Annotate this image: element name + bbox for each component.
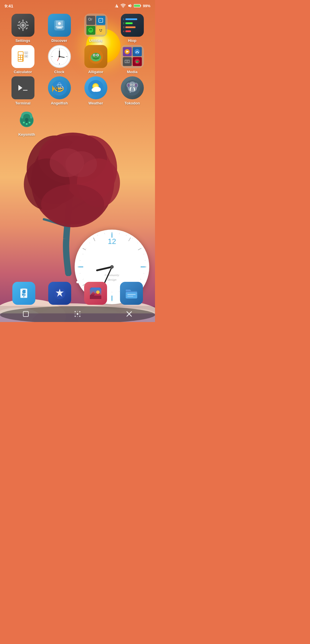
svg-rect-30 (25, 21, 28, 23)
svg-rect-190 (126, 292, 137, 298)
dock (0, 282, 155, 305)
app-calculator[interactable]: – + Calculator (7, 45, 39, 74)
status-time: 9:41 (5, 3, 13, 8)
htop-icon: 1 2 3 4 (121, 14, 144, 37)
svg-rect-51 (18, 58, 20, 59)
svg-rect-117 (26, 121, 28, 123)
keysmith-icon (15, 108, 38, 131)
svg-rect-23 (134, 5, 140, 7)
dock-skrooge[interactable] (48, 282, 71, 305)
svg-rect-27 (17, 25, 20, 26)
svg-rect-193 (23, 311, 28, 317)
svg-rect-25 (22, 20, 24, 22)
svg-text:🐲: 🐲 (135, 60, 139, 63)
dock-files[interactable] (120, 282, 143, 305)
svg-rect-36 (55, 26, 63, 27)
app-row-3: Terminal (5, 76, 150, 105)
calculator-icon: – + (11, 45, 34, 68)
svg-rect-187 (90, 296, 101, 299)
svg-point-180 (23, 296, 24, 297)
svg-point-120 (29, 122, 30, 123)
svg-rect-39 (91, 19, 92, 19)
svg-point-45 (99, 29, 100, 30)
angelfish-label: Angelfish (51, 101, 68, 105)
svg-rect-40 (91, 20, 92, 20)
svg-point-102 (96, 88, 101, 92)
settings-label: Settings (16, 38, 30, 43)
app-row-2: – + Calculator (5, 45, 150, 74)
svg-point-196 (79, 311, 81, 313)
nav-bar (0, 306, 155, 322)
status-bar: 9:41 99% (0, 0, 155, 11)
app-media[interactable]: 🐲 Media (117, 45, 148, 74)
back-button[interactable] (19, 307, 33, 321)
app-utilities[interactable]: Qt Utilities (80, 14, 112, 43)
app-grid: Settings Discover (0, 14, 155, 139)
app-terminal[interactable]: Terminal (7, 76, 39, 105)
tokodon-icon (121, 76, 144, 99)
svg-point-8 (65, 151, 97, 177)
svg-rect-53 (18, 60, 22, 61)
clock-label: Clock (54, 70, 64, 74)
discover-icon (48, 14, 71, 37)
svg-point-46 (101, 29, 102, 30)
wifi-icon (121, 4, 126, 8)
dock-phone[interactable] (12, 282, 35, 305)
svg-rect-48 (18, 52, 23, 55)
battery-icon (134, 4, 141, 8)
utilities-icon: Qt (84, 14, 107, 37)
svg-point-112 (130, 84, 131, 85)
app-angelfish[interactable]: Angelfish (44, 76, 75, 105)
settings-icon (11, 14, 34, 37)
status-icons: 99% (114, 3, 150, 8)
app-tokodon[interactable]: Tokodon (117, 76, 148, 105)
svg-marker-20 (128, 4, 131, 7)
svg-rect-29 (18, 21, 20, 23)
clock-small-icon (48, 45, 71, 68)
svg-point-73 (94, 55, 95, 56)
app-empty-1 (42, 108, 74, 137)
utilities-label: Utilities (89, 38, 102, 43)
alligator-icon (84, 45, 107, 68)
svg-point-118 (23, 122, 25, 123)
svg-point-19 (123, 7, 123, 8)
svg-point-194 (77, 313, 78, 315)
svg-point-188 (96, 290, 100, 294)
svg-rect-84 (16, 80, 30, 95)
angelfish-icon (48, 76, 71, 99)
app-htop[interactable]: 1 2 3 4 Htop (117, 14, 148, 43)
svg-rect-28 (26, 25, 29, 26)
dock-photo[interactable] (84, 282, 107, 305)
calculator-label: Calculator (14, 70, 32, 74)
svg-text:Qt: Qt (90, 29, 92, 32)
svg-point-38 (88, 18, 91, 20)
terminal-icon (11, 76, 34, 99)
svg-point-178 (111, 266, 113, 268)
app-row-4: Keysmith (5, 108, 150, 137)
svg-point-195 (75, 311, 76, 313)
svg-rect-50 (21, 55, 22, 57)
svg-rect-52 (21, 58, 22, 59)
app-settings[interactable]: Settings (7, 14, 39, 43)
app-alligator[interactable]: Alligator (80, 45, 112, 74)
svg-text:Community: Community (105, 273, 119, 277)
svg-text:–: – (25, 52, 27, 54)
svg-marker-18 (117, 4, 118, 7)
weather-label: Weather (88, 101, 103, 105)
svg-point-197 (75, 316, 76, 317)
keysmith-label: Keysmith (18, 132, 35, 137)
close-button[interactable] (122, 307, 136, 321)
battery-percent: 99% (143, 4, 150, 8)
tokodon-label: Tokodon (125, 101, 140, 105)
svg-point-63 (59, 56, 60, 57)
alligator-label: Alligator (88, 70, 103, 74)
app-weather[interactable]: Weather (80, 76, 112, 105)
app-clock[interactable]: Clock (44, 45, 75, 74)
svg-point-94 (62, 87, 63, 88)
home-button[interactable] (70, 307, 85, 321)
volume-icon (127, 3, 132, 8)
media-label: Media (127, 70, 137, 74)
svg-rect-49 (18, 55, 20, 57)
app-keysmith[interactable]: Keysmith (11, 108, 42, 137)
app-discover[interactable]: Discover (44, 14, 75, 43)
